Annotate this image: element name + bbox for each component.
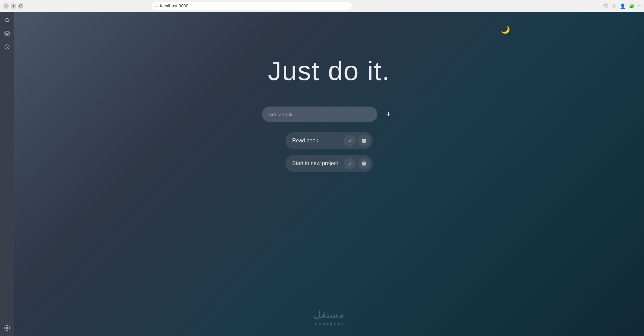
task-name: Start in new project [292,160,342,166]
browser-nav-controls [3,3,23,9]
settings-icon[interactable] [3,324,11,332]
browser-right-icons: 🛡 ☆ 👤 🧩 ≡ [604,3,641,9]
bookmark-star-icon[interactable]: ☆ [612,3,616,9]
task-check-button[interactable]: ✓ [344,157,356,170]
task-name: Read book [292,138,342,144]
task-list: Read book ✓ Start in new project ✓ [285,132,373,172]
svg-point-1 [6,327,8,329]
task-delete-button[interactable] [358,157,370,170]
account-icon[interactable]: 👤 [620,3,626,9]
security-shield-icon: 🛡 [155,4,158,8]
url-text: localhost:3000 [160,3,189,8]
pin-icon[interactable] [3,16,11,24]
clock-icon[interactable] [3,43,11,51]
forward-button[interactable] [11,3,16,9]
extensions-icon[interactable]: 🧩 [629,3,635,9]
browser-chrome: 🛡 localhost:3000 🛡 ☆ 👤 🧩 ≡ [0,0,644,12]
back-button[interactable] [3,3,9,9]
task-input-row: + [262,107,396,122]
theme-toggle-button[interactable]: 🌙 [501,25,510,34]
app-container: 🌙 Just do it. + Read book ✓ [0,12,644,336]
sidebar [0,12,14,336]
app-title: Just do it. [268,56,390,86]
task-input[interactable] [262,107,377,122]
watermark-url: mostaql.com [315,321,343,326]
task-item: Read book ✓ [285,132,373,149]
main-content: 🌙 Just do it. + Read book ✓ [14,12,644,336]
reload-button[interactable] [18,3,23,9]
shield-icon[interactable]: 🛡 [604,3,609,9]
task-item: Start in new project ✓ [285,155,373,172]
sidebar-bottom [3,324,11,332]
watermark-logo: مستقل [314,309,345,320]
add-task-button[interactable]: + [381,107,396,122]
menu-icon[interactable]: ≡ [638,3,641,9]
task-check-button[interactable]: ✓ [344,135,356,147]
layers-icon[interactable] [3,29,11,38]
address-bar[interactable]: 🛡 localhost:3000 [151,2,352,10]
task-delete-button[interactable] [358,135,370,147]
watermark: مستقل mostaql.com [314,309,345,326]
